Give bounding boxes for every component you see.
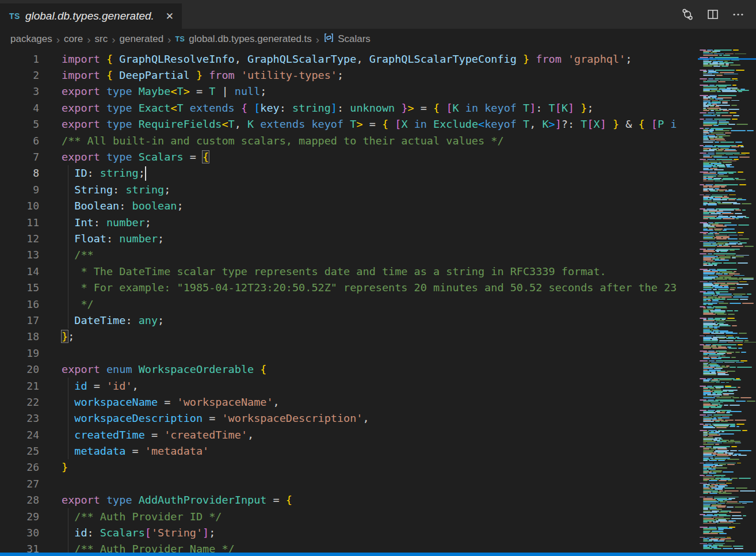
code-line-25[interactable]: 25 metadata = 'metadata' (0, 443, 693, 459)
code-line-8[interactable]: 8 ID: string; (0, 165, 693, 181)
line-number[interactable]: 14 (0, 265, 39, 277)
code-line-18[interactable]: 18}; (0, 329, 693, 345)
open-changes-button[interactable] (679, 6, 696, 23)
code-line-20[interactable]: 20export enum WorkspaceOrderable { (0, 361, 693, 377)
code-line-27[interactable]: 27 (0, 475, 693, 492)
line-number[interactable]: 16 (0, 298, 39, 310)
code-line-26[interactable]: 26} (0, 459, 693, 475)
minimap-content (698, 49, 756, 549)
line-number[interactable]: 11 (0, 216, 39, 229)
code-line-14[interactable]: 14 * The DateTime scalar type represents… (0, 263, 693, 279)
code-line-7[interactable]: 7export type Scalars = { (0, 148, 693, 165)
code-line-13[interactable]: 13 /** (0, 247, 693, 263)
tab-bar: TS global.db.types.generated.ts ✕ (0, 0, 756, 29)
breadcrumb-item-src[interactable]: src (95, 33, 108, 45)
breadcrumb-item-generated[interactable]: generated (120, 33, 164, 45)
code-text: export type AddAuthProviderInput = { (39, 492, 292, 508)
line-number[interactable]: 26 (0, 461, 39, 473)
line-number[interactable]: 8 (0, 167, 39, 179)
code-line-21[interactable]: 21 id = 'id', (0, 378, 693, 394)
tab-global-db-types[interactable]: TS global.db.types.generated.ts ✕ (0, 3, 182, 29)
line-number[interactable]: 30 (0, 527, 39, 539)
line-number[interactable]: 28 (0, 494, 39, 506)
code-line-4[interactable]: 4export type Exact<T extends { [key: str… (0, 100, 693, 116)
code-text: * The DateTime scalar type represents da… (39, 263, 606, 279)
code-line-19[interactable]: 19 (0, 345, 693, 361)
code-text: export type Scalars = { (39, 148, 209, 165)
code-line-23[interactable]: 23 workspaceDescription = 'workspaceDesc… (0, 410, 693, 426)
line-number[interactable]: 22 (0, 396, 39, 408)
code-text: /** (39, 247, 94, 263)
line-number[interactable]: 27 (0, 478, 39, 490)
line-number[interactable]: 5 (0, 118, 39, 130)
code-text (39, 475, 62, 492)
line-number[interactable]: 10 (0, 200, 39, 212)
code-text: Float: number; (39, 230, 164, 246)
code-text: id: Scalars['String']; (39, 524, 215, 540)
line-number[interactable]: 29 (0, 511, 39, 523)
split-editor-button[interactable] (704, 6, 721, 23)
code-line-6[interactable]: 6/** All built-in and custom scalars, ma… (0, 132, 693, 148)
code-line-12[interactable]: 12 Float: number; (0, 230, 693, 246)
line-number[interactable]: 18 (0, 330, 39, 342)
open-changes-icon (681, 8, 694, 21)
code-text: */ (39, 296, 94, 312)
code-line-29[interactable]: 29 /** Auth Provider ID */ (0, 508, 693, 524)
line-number[interactable]: 9 (0, 184, 39, 196)
code-line-5[interactable]: 5export type RequireFields<T, K extends … (0, 116, 693, 132)
code-line-17[interactable]: 17 DateTime: any; (0, 312, 693, 328)
status-bar-edge (0, 553, 756, 556)
editor[interactable]: 1import { GraphQLResolveInfo, GraphQLSca… (0, 49, 693, 556)
line-number[interactable]: 20 (0, 363, 39, 375)
code-line-24[interactable]: 24 createdTime = 'createdTime', (0, 426, 693, 443)
code-line-11[interactable]: 11 Int: number; (0, 214, 693, 230)
line-number[interactable]: 7 (0, 151, 39, 163)
line-number[interactable]: 6 (0, 135, 39, 147)
code-text: metadata = 'metadata' (39, 443, 209, 459)
line-number[interactable]: 13 (0, 249, 39, 261)
text-cursor (145, 166, 146, 181)
more-actions-button[interactable] (730, 6, 747, 23)
minimap-current-line (698, 58, 756, 60)
code-text: createdTime = 'createdTime', (39, 426, 254, 443)
line-number[interactable]: 12 (0, 233, 39, 245)
breadcrumb-file-label: global.db.types.generated.ts (189, 33, 312, 45)
line-number[interactable]: 24 (0, 429, 39, 441)
line-number[interactable]: 17 (0, 314, 39, 326)
line-number[interactable]: 21 (0, 380, 39, 392)
code-line-1[interactable]: 1import { GraphQLResolveInfo, GraphQLSca… (0, 51, 693, 67)
line-number[interactable]: 25 (0, 445, 39, 457)
minimap[interactable] (698, 49, 756, 553)
breadcrumb-item-file[interactable]: TSglobal.db.types.generated.ts (175, 33, 311, 45)
line-number[interactable]: 19 (0, 347, 39, 359)
line-number[interactable]: 3 (0, 85, 39, 97)
code-text: DateTime: any; (39, 312, 164, 328)
editor-actions (679, 0, 756, 29)
code-line-15[interactable]: 15 * For example: "1985-04-12T23:20:50.5… (0, 279, 693, 295)
code-line-22[interactable]: 22 workspaceName = 'workspaceName', (0, 394, 693, 410)
line-number[interactable]: 15 (0, 281, 39, 294)
chevron-right-icon: › (87, 34, 90, 45)
chevron-right-icon: › (316, 34, 319, 45)
line-number[interactable]: 1 (0, 53, 39, 65)
code-text: ID: string; (39, 165, 145, 181)
code-text: export type RequireFields<T, K extends k… (39, 116, 677, 132)
breadcrumb-symbol-label: Scalars (338, 33, 371, 45)
code-line-3[interactable]: 3export type Maybe<T> = T | null; (0, 83, 693, 100)
code-line-28[interactable]: 28export type AddAuthProviderInput = { (0, 492, 693, 508)
breadcrumb-item-core[interactable]: core (64, 33, 83, 45)
code-line-10[interactable]: 10 Boolean: boolean; (0, 198, 693, 214)
code-line-30[interactable]: 30 id: Scalars['String']; (0, 524, 693, 540)
code-text: * For example: "1985-04-12T23:20:50.52Z"… (39, 279, 677, 295)
line-number[interactable]: 2 (0, 69, 39, 81)
code-line-16[interactable]: 16 */ (0, 296, 693, 312)
code-line-9[interactable]: 9 String: string; (0, 181, 693, 197)
code-text: String: string; (39, 181, 170, 197)
code-text: export type Maybe<T> = T | null; (39, 83, 266, 100)
line-number[interactable]: 4 (0, 102, 39, 114)
breadcrumb-item-symbol[interactable]: Scalars (323, 32, 371, 46)
breadcrumb-item-packages[interactable]: packages (10, 33, 52, 45)
tab-close-icon[interactable]: ✕ (163, 9, 176, 24)
line-number[interactable]: 23 (0, 412, 39, 424)
code-line-2[interactable]: 2import { DeepPartial } from 'utility-ty… (0, 67, 693, 83)
